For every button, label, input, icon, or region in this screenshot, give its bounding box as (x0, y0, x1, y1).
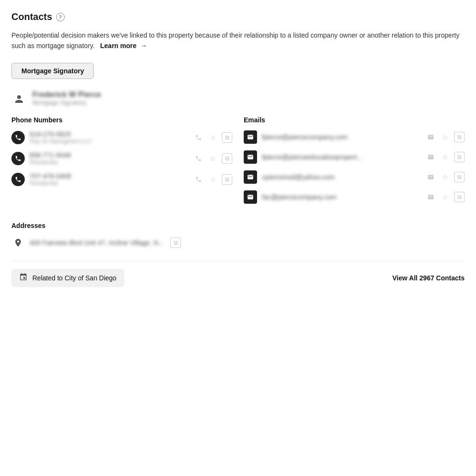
email-star-icon-3[interactable]: ☆ (440, 192, 450, 202)
phone-section-title: Phone Numbers (11, 116, 232, 124)
email-star-icon-1[interactable]: ☆ (440, 152, 450, 162)
description: People/potential decision makers we've l… (11, 30, 465, 51)
contact-header: Frederick W Pierce Mortgage Signatory (11, 90, 465, 107)
email-icon-3 (244, 190, 257, 204)
data-section: Phone Numbers 619-270-5625 Pep Sh Managm… (11, 116, 465, 210)
email-send-icon-0[interactable] (426, 132, 436, 142)
address-row-0: 400 Fairview Blvd Unit 47, Incline Villa… (11, 236, 465, 249)
email-section: Emails fpierce@piercecompany.com ☆ ⧉ (244, 116, 465, 210)
email-address-1: fpierce@pierceeducationpropert... (262, 153, 421, 161)
email-content-3: fac@piercecompany.com (262, 193, 421, 201)
contact-info: Frederick W Pierce Mortgage Signatory (32, 90, 101, 106)
email-address-2: cpierceinsd@yahoo.com (262, 173, 421, 181)
phone-icon-2 (11, 173, 25, 186)
email-content-0: fpierce@piercecompany.com (262, 133, 421, 141)
phone-icon-1 (11, 152, 25, 165)
phone-copy-icon-2[interactable]: ⧉ (222, 174, 232, 185)
tab-mortgage-signatory[interactable]: Mortgage Signatory (11, 63, 94, 79)
email-row-1: fpierce@pierceeducationpropert... ☆ ⧉ (244, 150, 465, 164)
email-address-0: fpierce@piercecompany.com (262, 133, 421, 141)
phone-copy-icon-1[interactable]: ⧉ (222, 153, 232, 164)
phone-content-0: 619-270-5625 Pep Sh Managment LLC (30, 130, 188, 145)
address-icon-0 (11, 236, 25, 249)
phone-number-0: 619-270-5625 (30, 130, 188, 138)
email-send-icon-2[interactable] (426, 172, 436, 182)
phone-content-1: 858-771-5048 Residential (30, 151, 188, 166)
email-actions-1: ☆ ⧉ (426, 152, 465, 162)
phone-actions-0: ☆ ⧉ (193, 132, 232, 143)
addresses-section-title: Addresses (11, 222, 465, 229)
contact-role: Mortgage Signatory (32, 99, 101, 106)
email-icon-0 (244, 130, 257, 144)
email-row-0: fpierce@piercecompany.com ☆ ⧉ (244, 130, 465, 144)
learn-more-link[interactable]: Learn more → (100, 42, 147, 50)
phone-call-icon-0[interactable] (193, 132, 204, 143)
email-send-icon-1[interactable] (426, 152, 436, 162)
email-content-1: fpierce@pierceeducationpropert... (262, 153, 421, 161)
phone-star-icon-2[interactable]: ☆ (208, 174, 218, 185)
email-copy-icon-0[interactable]: ⧉ (454, 132, 465, 142)
email-copy-icon-2[interactable]: ⧉ (454, 172, 465, 182)
email-star-icon-2[interactable]: ☆ (440, 172, 450, 182)
phone-icon-0 (11, 131, 25, 144)
learn-more-arrow: → (140, 42, 147, 50)
email-row-2: cpierceinsd@yahoo.com ☆ ⧉ (244, 170, 465, 184)
email-send-icon-3[interactable] (426, 192, 436, 202)
email-actions-3: ☆ ⧉ (426, 192, 465, 202)
phone-label-1: Residential (30, 159, 188, 166)
bottom-row: Related to City of San Diego View All 29… (11, 261, 465, 287)
email-copy-icon-3[interactable]: ⧉ (454, 192, 465, 202)
help-icon[interactable]: ? (56, 13, 65, 21)
phone-call-icon-1[interactable] (193, 153, 204, 164)
phone-star-icon-0[interactable]: ☆ (208, 132, 218, 143)
phone-number-1: 858-771-5048 (30, 151, 188, 159)
email-actions-2: ☆ ⧉ (426, 172, 465, 182)
view-all-button[interactable]: View All 2967 Contacts (392, 274, 465, 282)
email-section-title: Emails (244, 116, 465, 124)
email-star-icon-0[interactable]: ☆ (440, 132, 450, 142)
email-content-2: cpierceinsd@yahoo.com (262, 173, 421, 181)
phone-row-1: 858-771-5048 Residential ☆ ⧉ (11, 151, 232, 166)
tab-bar: Mortgage Signatory (11, 63, 465, 79)
phone-row-0: 619-270-5625 Pep Sh Managment LLC ☆ ⧉ (11, 130, 232, 145)
contacts-section: Contacts ? People/potential decision mak… (11, 11, 465, 287)
email-icon-1 (244, 150, 257, 164)
email-address-3: fac@piercecompany.com (262, 193, 421, 201)
phone-actions-2: ☆ ⧉ (193, 174, 232, 185)
phone-section: Phone Numbers 619-270-5625 Pep Sh Managm… (11, 116, 232, 210)
addresses-section: Addresses 400 Fairview Blvd Unit 47, Inc… (11, 222, 465, 249)
phone-star-icon-1[interactable]: ☆ (208, 153, 218, 164)
contact-name[interactable]: Frederick W Pierce (32, 90, 101, 99)
phone-label-2: Residential (30, 180, 188, 187)
phone-call-icon-2[interactable] (193, 174, 204, 185)
related-label: Related to City of San Diego (32, 274, 117, 282)
phone-row-2: 707-476-0408 Residential ☆ ⧉ (11, 172, 232, 187)
phone-actions-1: ☆ ⧉ (193, 153, 232, 164)
email-row-3: fac@piercecompany.com ☆ ⧉ (244, 190, 465, 204)
email-copy-icon-1[interactable]: ⧉ (454, 152, 465, 162)
address-text-0: 400 Fairview Blvd Unit 47, Incline Villa… (30, 239, 164, 247)
phone-label-0: Pep Sh Managment LLC (30, 138, 188, 145)
phone-content-2: 707-476-0408 Residential (30, 172, 188, 187)
phone-copy-icon-0[interactable]: ⧉ (222, 132, 232, 143)
page-title: Contacts (11, 11, 52, 22)
email-actions-0: ☆ ⧉ (426, 132, 465, 142)
person-icon (11, 91, 27, 107)
related-tag[interactable]: Related to City of San Diego (11, 269, 124, 287)
address-copy-icon-0[interactable]: ⧉ (170, 238, 181, 248)
related-icon (19, 273, 28, 283)
phone-number-2: 707-476-0408 (30, 172, 188, 180)
email-icon-2 (244, 170, 257, 184)
